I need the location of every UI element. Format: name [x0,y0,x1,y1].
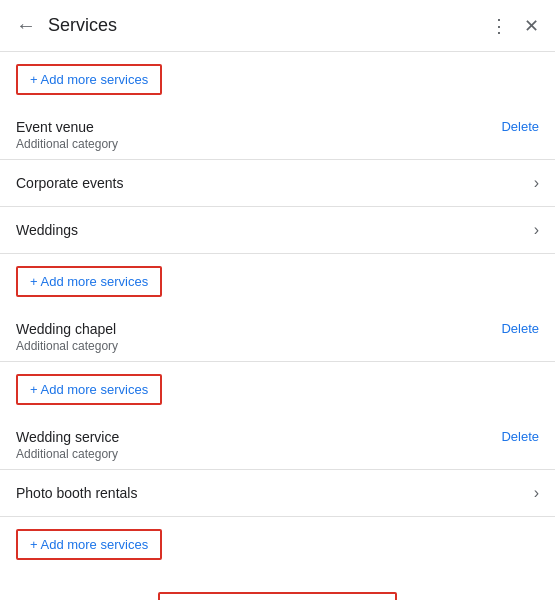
divider [0,361,555,362]
add-more-services-button-3[interactable]: + Add more services [16,374,162,405]
add-more-services-button-4[interactable]: + Add more services [16,529,162,560]
delete-wedding-chapel-button[interactable]: Delete [501,321,539,336]
section-wedding-service: Wedding service Additional category Dele… [0,417,555,469]
section-wedding-chapel: Wedding chapel Additional category Delet… [0,309,555,361]
service-name: Corporate events [16,175,123,191]
bottom-section: Add another business category [0,576,555,600]
header: ← Services ⋮ ✕ [0,0,555,52]
delete-event-venue-button[interactable]: Delete [501,119,539,134]
section-title-event-venue: Event venue [16,119,118,135]
add-another-business-category-button[interactable]: Add another business category [158,592,397,600]
section-header-left: Wedding service Additional category [16,429,119,461]
service-name: Photo booth rentals [16,485,137,501]
section-title-wedding-service: Wedding service [16,429,119,445]
delete-wedding-service-button[interactable]: Delete [501,429,539,444]
service-item-photo-booth[interactable]: Photo booth rentals › [0,470,555,517]
section-title-wedding-chapel: Wedding chapel [16,321,118,337]
section-subtitle-wedding-service: Additional category [16,447,119,461]
back-button[interactable]: ← [16,14,36,37]
service-item-corporate-events[interactable]: Corporate events › [0,160,555,207]
chevron-icon: › [534,221,539,239]
content-area: + Add more services Event venue Addition… [0,52,555,600]
more-icon[interactable]: ⋮ [490,15,508,37]
chevron-icon: › [534,174,539,192]
section-header-left: Wedding chapel Additional category [16,321,118,353]
section-header-left: Event venue Additional category [16,119,118,151]
close-icon[interactable]: ✕ [524,15,539,37]
section-event-venue: Event venue Additional category Delete [0,107,555,159]
header-actions: ⋮ ✕ [490,15,539,37]
page-title: Services [48,15,490,36]
section-subtitle-wedding-chapel: Additional category [16,339,118,353]
add-more-services-button-2[interactable]: + Add more services [16,266,162,297]
chevron-icon: › [534,484,539,502]
add-more-services-button-1[interactable]: + Add more services [16,64,162,95]
service-name: Weddings [16,222,78,238]
service-item-weddings[interactable]: Weddings › [0,207,555,254]
section-subtitle-event-venue: Additional category [16,137,118,151]
